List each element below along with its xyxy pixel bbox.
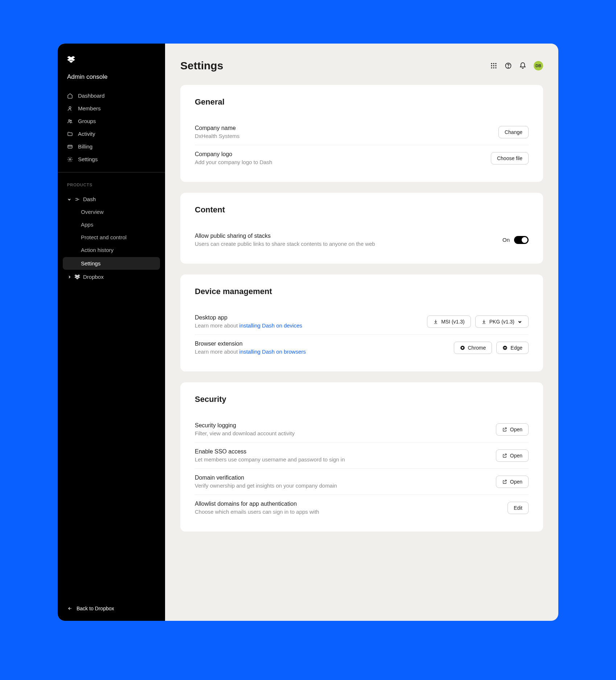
btn-label: Edge	[510, 345, 522, 351]
sidebar: Admin console Dashboard Members Groups A…	[58, 44, 165, 621]
products-heading: PRODUCTS	[58, 183, 165, 193]
person-icon	[67, 106, 73, 111]
row-allowlist: Allowlist domains for app authentication…	[195, 495, 529, 521]
sidebar-item-activity[interactable]: Activity	[58, 127, 165, 140]
chrome-icon	[460, 345, 465, 350]
chrome-button[interactable]: Chrome	[454, 342, 492, 354]
dash-sub-settings[interactable]: Settings	[63, 257, 160, 270]
external-icon	[502, 479, 507, 484]
desc-text: Learn more about	[195, 322, 239, 329]
apps-grid-icon[interactable]	[490, 62, 497, 69]
dropbox-icon	[74, 274, 80, 280]
arrow-left-icon	[67, 606, 73, 611]
svg-point-6	[493, 63, 494, 64]
svg-point-15	[508, 67, 508, 68]
row-browser-extension: Browser extension Learn more about insta…	[195, 335, 529, 361]
sidebar-title: Admin console	[58, 68, 165, 89]
card-security: Security Security logging Filter, view a…	[180, 382, 543, 532]
row-domain-verification: Domain verification Verify ownership and…	[195, 469, 529, 495]
row-desc: Verify ownership and get insights on you…	[195, 482, 337, 489]
sidebar-item-members[interactable]: Members	[58, 102, 165, 115]
open-domain-button[interactable]: Open	[496, 476, 529, 488]
install-devices-link[interactable]: installing Dash on devices	[239, 322, 302, 329]
row-title: Company logo	[195, 151, 272, 158]
svg-point-10	[495, 65, 496, 66]
download-msi-button[interactable]: MSI (v1.3)	[427, 315, 471, 328]
row-desc: Add your company logo to Dash	[195, 159, 272, 165]
sidebar-item-settings[interactable]: Settings	[58, 153, 165, 166]
sidebar-item-label: Groups	[78, 118, 96, 124]
row-desc: Users can create public links to share s…	[195, 241, 375, 247]
svg-point-12	[493, 67, 494, 68]
dash-sub-apps[interactable]: Apps	[58, 218, 165, 231]
row-title: Domain verification	[195, 475, 337, 481]
row-desc: Filter, view and download account activi…	[195, 430, 295, 436]
back-label: Back to Dropbox	[77, 606, 114, 611]
product-dropbox[interactable]: Dropbox	[58, 270, 165, 283]
btn-label: Chrome	[468, 345, 486, 351]
download-icon	[433, 319, 438, 324]
people-icon	[67, 118, 73, 124]
sidebar-item-label: Dashboard	[78, 93, 104, 99]
public-sharing-toggle[interactable]	[514, 236, 529, 244]
svg-point-4	[69, 159, 71, 160]
edge-icon	[502, 345, 508, 350]
help-icon[interactable]	[505, 62, 512, 69]
row-company-logo: Company logo Add your company logo to Da…	[195, 145, 529, 171]
svg-rect-3	[68, 145, 72, 148]
card-heading: Content	[195, 205, 529, 215]
card-heading: Device management	[195, 287, 529, 296]
sidebar-item-dashboard[interactable]: Dashboard	[58, 89, 165, 102]
avatar[interactable]: DB	[534, 61, 543, 70]
row-desc: Let members use company username and pas…	[195, 456, 345, 463]
row-desc: Learn more about installing Dash on brow…	[195, 349, 306, 355]
download-pkg-button[interactable]: PKG (v1.3)	[475, 315, 529, 328]
content-area: General Company name DxHealth Systems Ch…	[165, 85, 558, 532]
bell-icon[interactable]	[519, 62, 526, 69]
svg-point-13	[495, 67, 496, 68]
chevron-down-icon	[517, 319, 522, 324]
card-device-management: Device management Desktop app Learn more…	[180, 274, 543, 371]
sidebar-item-label: Settings	[78, 156, 98, 162]
svg-point-11	[491, 67, 492, 68]
row-public-sharing: Allow public sharing of stacks Users can…	[195, 227, 529, 253]
topbar: Settings DB	[165, 44, 558, 85]
row-title: Enable SSO access	[195, 448, 345, 455]
chevron-down-icon	[67, 197, 71, 201]
row-company-name: Company name DxHealth Systems Change	[195, 119, 529, 145]
row-desktop-app: Desktop app Learn more about installing …	[195, 309, 529, 335]
row-desc: DxHealth Systems	[195, 133, 239, 139]
divider	[58, 172, 165, 172]
dash-sub-overview[interactable]: Overview	[58, 205, 165, 218]
back-to-dropbox[interactable]: Back to Dropbox	[58, 606, 165, 611]
external-icon	[502, 427, 507, 432]
sidebar-item-label: Billing	[78, 143, 93, 150]
edge-button[interactable]: Edge	[496, 342, 529, 354]
row-desc: Choose which emails users can sign in to…	[195, 509, 319, 515]
dash-sub-action-history[interactable]: Action history	[58, 244, 165, 256]
row-title: Security logging	[195, 422, 295, 429]
dash-sub-protect[interactable]: Protect and control	[58, 231, 165, 244]
gear-icon	[67, 156, 73, 162]
card-heading: General	[195, 97, 529, 107]
edit-allowlist-button[interactable]: Edit	[508, 502, 529, 514]
sidebar-item-billing[interactable]: Billing	[58, 140, 165, 153]
open-logging-button[interactable]: Open	[496, 423, 529, 436]
svg-point-5	[491, 63, 492, 64]
row-title: Desktop app	[195, 314, 302, 321]
svg-point-2	[70, 120, 71, 121]
choose-file-button[interactable]: Choose file	[491, 152, 529, 164]
btn-label: Open	[510, 479, 522, 485]
sidebar-item-groups[interactable]: Groups	[58, 115, 165, 127]
install-browsers-link[interactable]: installing Dash on browsers	[239, 349, 306, 355]
page-title: Settings	[180, 60, 223, 72]
change-button[interactable]: Change	[498, 126, 529, 138]
product-dash[interactable]: Dash	[58, 193, 165, 205]
row-title: Browser extension	[195, 341, 306, 347]
btn-label: MSI (v1.3)	[441, 319, 465, 325]
row-desc: Learn more about installing Dash on devi…	[195, 322, 302, 329]
open-sso-button[interactable]: Open	[496, 449, 529, 462]
toggle-state-label: On	[502, 237, 510, 243]
desc-text: Learn more about	[195, 349, 239, 355]
svg-point-8	[491, 65, 492, 66]
